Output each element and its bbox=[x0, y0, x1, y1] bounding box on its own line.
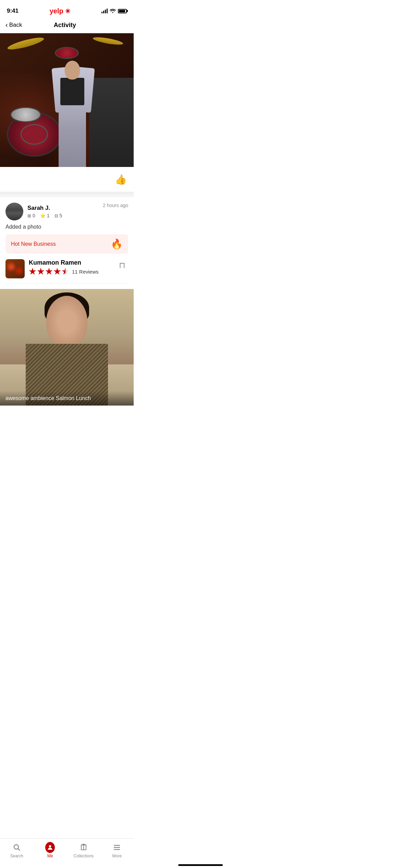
avatar[interactable] bbox=[5, 203, 23, 220]
person-head bbox=[46, 296, 87, 347]
drum-kit-photo bbox=[0, 33, 134, 167]
status-bar: 9:41 yelp ✳ bbox=[0, 0, 134, 17]
time-ago: 2 hours ago bbox=[103, 203, 128, 208]
hot-badge[interactable]: Hot New Business 🔥 bbox=[5, 234, 128, 254]
bookmark-icon: ⊓ bbox=[119, 261, 125, 270]
photo-caption: awesome ambience Salmon Lunch bbox=[0, 391, 134, 406]
star-4 bbox=[53, 268, 61, 275]
like-area: 👍 bbox=[0, 167, 134, 194]
photos-count: 5 bbox=[60, 213, 62, 218]
hot-badge-text: Hot New Business bbox=[11, 241, 56, 247]
flame-icon: 🔥 bbox=[111, 238, 123, 250]
star-1 bbox=[29, 268, 36, 275]
stars-row: 11 Reviews bbox=[29, 268, 112, 275]
section-divider bbox=[0, 194, 134, 197]
photos-icon: ⊟ bbox=[54, 213, 58, 218]
status-time: 9:41 bbox=[7, 8, 19, 14]
business-info: Kumamon Ramen 11 Reviews bbox=[29, 259, 112, 275]
page-title: Activity bbox=[22, 22, 108, 29]
battery-icon bbox=[118, 9, 127, 13]
activity-card: Sarah J. ⊞ 0 ⭐ 1 ⊟ 5 2 hours bbox=[0, 197, 134, 289]
star-rating bbox=[29, 268, 69, 275]
user-stats: ⊞ 0 ⭐ 1 ⊟ 5 bbox=[27, 213, 62, 218]
reviews-stat: ⭐ 1 bbox=[40, 213, 50, 218]
signal-bars-icon bbox=[101, 9, 108, 13]
business-name: Kumamon Ramen bbox=[29, 259, 112, 266]
thumbs-up-icon: 👍 bbox=[115, 174, 127, 185]
friends-count: 0 bbox=[33, 213, 35, 218]
snare-drum bbox=[10, 107, 41, 122]
reviews-icon: ⭐ bbox=[40, 213, 46, 218]
back-label: Back bbox=[9, 22, 22, 28]
activity-header: Sarah J. ⊞ 0 ⭐ 1 ⊟ 5 2 hours bbox=[5, 203, 128, 220]
star-3 bbox=[45, 268, 53, 275]
business-card[interactable]: Kumamon Ramen 11 Reviews ⊓ bbox=[5, 259, 128, 284]
photo-scene bbox=[0, 289, 134, 406]
friends-icon: ⊞ bbox=[27, 213, 31, 218]
yelp-logo: yelp ✳ bbox=[50, 7, 71, 15]
wifi-icon bbox=[110, 8, 116, 14]
like-button[interactable]: 👍 bbox=[113, 172, 128, 187]
reviews-count-label: 11 Reviews bbox=[72, 269, 99, 275]
nav-bar: ‹ Back Activity bbox=[0, 17, 134, 33]
star-5-half bbox=[62, 268, 69, 275]
back-button[interactable]: ‹ Back bbox=[5, 21, 22, 29]
back-chevron-icon: ‹ bbox=[5, 21, 8, 29]
photos-stat: ⊟ 5 bbox=[54, 213, 62, 218]
friends-stat: ⊞ 0 bbox=[27, 213, 35, 218]
user-info: Sarah J. ⊞ 0 ⭐ 1 ⊟ 5 bbox=[5, 203, 62, 220]
business-photo: awesome ambience Salmon Lunch bbox=[0, 289, 134, 406]
activity-action: Added a photo bbox=[5, 224, 128, 230]
person-figure bbox=[45, 50, 100, 167]
bookmark-button[interactable]: ⊓ bbox=[116, 259, 128, 272]
reviews-count: 1 bbox=[47, 213, 50, 218]
star-2 bbox=[37, 268, 45, 275]
business-thumbnail bbox=[5, 259, 25, 278]
user-details: Sarah J. ⊞ 0 ⭐ 1 ⊟ 5 bbox=[27, 205, 62, 218]
status-icons bbox=[101, 8, 127, 14]
user-name: Sarah J. bbox=[27, 205, 62, 212]
